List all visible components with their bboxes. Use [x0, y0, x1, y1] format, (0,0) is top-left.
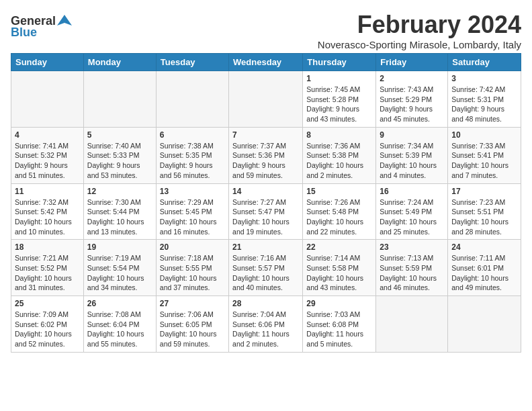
day-number: 20: [160, 242, 225, 252]
day-number: 27: [160, 299, 225, 308]
day-number: 25: [15, 299, 80, 308]
calendar-cell: 19Sunrise: 7:19 AM Sunset: 5:54 PM Dayli…: [83, 240, 156, 296]
cell-content: Sunrise: 7:27 AM Sunset: 5:47 PM Dayligh…: [232, 197, 299, 237]
day-number: 26: [87, 299, 152, 308]
cell-content: Sunrise: 7:13 AM Sunset: 5:59 PM Dayligh…: [380, 253, 444, 293]
calendar-cell: 4Sunrise: 7:41 AM Sunset: 5:32 PM Daylig…: [11, 127, 84, 183]
day-number: 16: [380, 187, 444, 196]
day-of-week-header: Friday: [376, 54, 448, 71]
cell-content: Sunrise: 7:29 AM Sunset: 5:45 PM Dayligh…: [160, 197, 225, 237]
cell-content: Sunrise: 7:06 AM Sunset: 6:05 PM Dayligh…: [160, 310, 225, 349]
calendar-week-row: 25Sunrise: 7:09 AM Sunset: 6:02 PM Dayli…: [11, 296, 521, 353]
calendar-cell: [156, 71, 228, 128]
location-title: Noverasco-Sporting Mirasole, Lombardy, I…: [318, 39, 521, 50]
cell-content: Sunrise: 7:33 AM Sunset: 5:41 PM Dayligh…: [451, 141, 517, 181]
calendar-cell: 14Sunrise: 7:27 AM Sunset: 5:47 PM Dayli…: [229, 183, 303, 240]
cell-content: Sunrise: 7:41 AM Sunset: 5:32 PM Dayligh…: [15, 141, 80, 181]
cell-content: Sunrise: 7:34 AM Sunset: 5:39 PM Dayligh…: [380, 141, 444, 181]
calendar-cell: 22Sunrise: 7:14 AM Sunset: 5:58 PM Dayli…: [303, 240, 376, 296]
cell-content: Sunrise: 7:08 AM Sunset: 6:04 PM Dayligh…: [87, 310, 152, 349]
cell-content: Sunrise: 7:11 AM Sunset: 6:01 PM Dayligh…: [451, 253, 517, 293]
calendar-cell: 20Sunrise: 7:18 AM Sunset: 5:55 PM Dayli…: [156, 240, 228, 296]
day-number: 9: [380, 130, 444, 140]
day-number: 23: [380, 242, 444, 252]
calendar-cell: 18Sunrise: 7:21 AM Sunset: 5:52 PM Dayli…: [11, 240, 84, 296]
calendar-cell: 10Sunrise: 7:33 AM Sunset: 5:41 PM Dayli…: [448, 127, 521, 183]
title-area: February 2024 Noverasco-Sporting Mirasol…: [318, 11, 521, 50]
calendar-week-row: 4Sunrise: 7:41 AM Sunset: 5:32 PM Daylig…: [11, 127, 521, 183]
cell-content: Sunrise: 7:23 AM Sunset: 5:51 PM Dayligh…: [451, 197, 517, 237]
calendar-cell: 28Sunrise: 7:04 AM Sunset: 6:06 PM Dayli…: [229, 296, 303, 353]
calendar-cell: 6Sunrise: 7:38 AM Sunset: 5:35 PM Daylig…: [156, 127, 228, 183]
day-number: 15: [306, 187, 372, 196]
calendar-cell: 7Sunrise: 7:37 AM Sunset: 5:36 PM Daylig…: [229, 127, 303, 183]
day-number: 19: [87, 242, 152, 252]
calendar-cell: [83, 71, 156, 128]
day-of-week-header: Tuesday: [156, 54, 228, 71]
calendar-cell: 12Sunrise: 7:30 AM Sunset: 5:44 PM Dayli…: [83, 183, 156, 240]
header: General Blue February 2024 Noverasco-Spo…: [11, 11, 521, 50]
day-number: 4: [15, 130, 80, 140]
calendar-cell: 24Sunrise: 7:11 AM Sunset: 6:01 PM Dayli…: [448, 240, 521, 296]
day-number: 28: [232, 299, 299, 308]
day-number: 6: [160, 130, 225, 140]
day-number: 3: [451, 74, 517, 83]
cell-content: Sunrise: 7:18 AM Sunset: 5:55 PM Dayligh…: [160, 253, 225, 293]
calendar-week-row: 1Sunrise: 7:45 AM Sunset: 5:28 PM Daylig…: [11, 71, 521, 128]
cell-content: Sunrise: 7:32 AM Sunset: 5:42 PM Dayligh…: [15, 197, 80, 237]
cell-content: Sunrise: 7:38 AM Sunset: 5:35 PM Dayligh…: [160, 141, 225, 181]
cell-content: Sunrise: 7:03 AM Sunset: 6:08 PM Dayligh…: [306, 310, 372, 349]
logo: General Blue: [11, 13, 72, 40]
day-number: 8: [306, 130, 372, 140]
cell-content: Sunrise: 7:42 AM Sunset: 5:31 PM Dayligh…: [451, 85, 517, 124]
cell-content: Sunrise: 7:24 AM Sunset: 5:49 PM Dayligh…: [380, 197, 444, 237]
calendar-cell: [229, 71, 303, 128]
calendar-cell: 3Sunrise: 7:42 AM Sunset: 5:31 PM Daylig…: [448, 71, 521, 128]
cell-content: Sunrise: 7:14 AM Sunset: 5:58 PM Dayligh…: [306, 253, 372, 293]
logo-blue-text: Blue: [11, 26, 37, 40]
cell-content: Sunrise: 7:30 AM Sunset: 5:44 PM Dayligh…: [87, 197, 152, 237]
day-number: 7: [232, 130, 299, 140]
calendar-cell: 2Sunrise: 7:43 AM Sunset: 5:29 PM Daylig…: [376, 71, 448, 128]
svg-marker-0: [57, 15, 72, 26]
day-number: 22: [306, 242, 372, 252]
cell-content: Sunrise: 7:09 AM Sunset: 6:02 PM Dayligh…: [15, 310, 80, 349]
calendar-cell: [376, 296, 448, 353]
cell-content: Sunrise: 7:36 AM Sunset: 5:38 PM Dayligh…: [306, 141, 372, 181]
day-number: 13: [160, 187, 225, 196]
calendar-table: SundayMondayTuesdayWednesdayThursdayFrid…: [11, 53, 521, 353]
calendar-cell: 9Sunrise: 7:34 AM Sunset: 5:39 PM Daylig…: [376, 127, 448, 183]
calendar-week-row: 18Sunrise: 7:21 AM Sunset: 5:52 PM Dayli…: [11, 240, 521, 296]
calendar-cell: 13Sunrise: 7:29 AM Sunset: 5:45 PM Dayli…: [156, 183, 228, 240]
day-number: 2: [380, 74, 444, 83]
day-number: 11: [15, 187, 80, 196]
cell-content: Sunrise: 7:04 AM Sunset: 6:06 PM Dayligh…: [232, 310, 299, 349]
day-of-week-header: Wednesday: [229, 54, 303, 71]
calendar-week-row: 11Sunrise: 7:32 AM Sunset: 5:42 PM Dayli…: [11, 183, 521, 240]
calendar-cell: 26Sunrise: 7:08 AM Sunset: 6:04 PM Dayli…: [83, 296, 156, 353]
day-number: 18: [15, 242, 80, 252]
day-number: 10: [451, 130, 517, 140]
cell-content: Sunrise: 7:40 AM Sunset: 5:33 PM Dayligh…: [87, 141, 152, 181]
cell-content: Sunrise: 7:21 AM Sunset: 5:52 PM Dayligh…: [15, 253, 80, 293]
calendar-cell: 16Sunrise: 7:24 AM Sunset: 5:49 PM Dayli…: [376, 183, 448, 240]
day-number: 17: [451, 187, 517, 196]
calendar-cell: 8Sunrise: 7:36 AM Sunset: 5:38 PM Daylig…: [303, 127, 376, 183]
cell-content: Sunrise: 7:43 AM Sunset: 5:29 PM Dayligh…: [380, 85, 444, 124]
calendar-header-row: SundayMondayTuesdayWednesdayThursdayFrid…: [11, 54, 521, 71]
calendar-cell: 5Sunrise: 7:40 AM Sunset: 5:33 PM Daylig…: [83, 127, 156, 183]
day-number: 1: [306, 74, 372, 83]
calendar-cell: 17Sunrise: 7:23 AM Sunset: 5:51 PM Dayli…: [448, 183, 521, 240]
day-of-week-header: Saturday: [448, 54, 521, 71]
day-of-week-header: Monday: [83, 54, 156, 71]
calendar-cell: 11Sunrise: 7:32 AM Sunset: 5:42 PM Dayli…: [11, 183, 84, 240]
cell-content: Sunrise: 7:16 AM Sunset: 5:57 PM Dayligh…: [232, 253, 299, 293]
day-number: 29: [306, 299, 372, 308]
calendar-cell: 1Sunrise: 7:45 AM Sunset: 5:28 PM Daylig…: [303, 71, 376, 128]
cell-content: Sunrise: 7:45 AM Sunset: 5:28 PM Dayligh…: [306, 85, 372, 124]
calendar-cell: [448, 296, 521, 353]
cell-content: Sunrise: 7:19 AM Sunset: 5:54 PM Dayligh…: [87, 253, 152, 293]
day-of-week-header: Thursday: [303, 54, 376, 71]
calendar-cell: 29Sunrise: 7:03 AM Sunset: 6:08 PM Dayli…: [303, 296, 376, 353]
calendar-cell: 23Sunrise: 7:13 AM Sunset: 5:59 PM Dayli…: [376, 240, 448, 296]
